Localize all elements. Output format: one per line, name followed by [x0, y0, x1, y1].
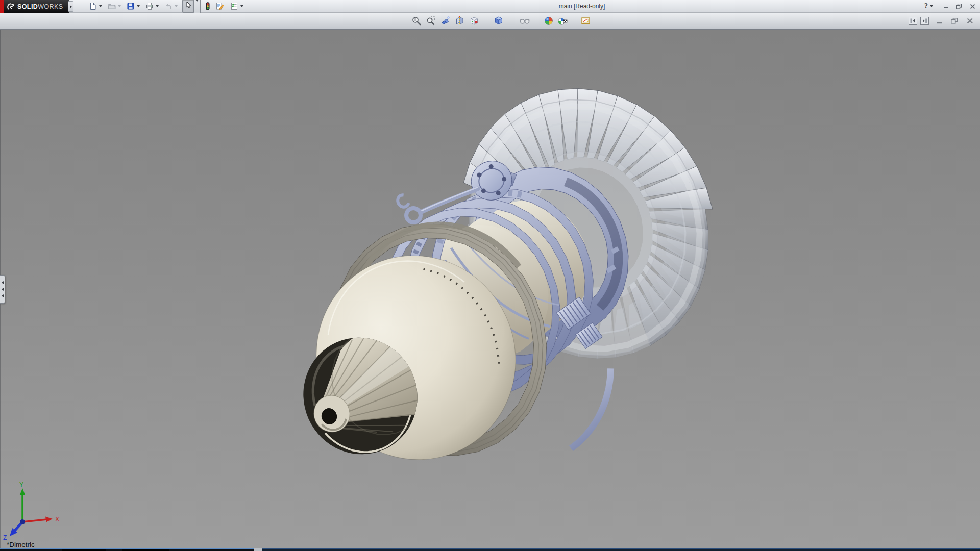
headsup-toolbar: [411, 16, 591, 26]
panel-collapse-tab[interactable]: [0, 275, 5, 304]
taskbar-segment: [262, 548, 980, 551]
hide-show-items-button[interactable]: [519, 16, 530, 26]
undo-button[interactable]: [163, 2, 179, 11]
doc-minimize-button[interactable]: [934, 17, 944, 25]
edit-sheet-icon: [216, 2, 225, 10]
selection-stoplight-button[interactable]: [204, 2, 211, 11]
save-button[interactable]: [126, 2, 141, 11]
dropdown-arrow-icon[interactable]: [930, 5, 933, 7]
viewport-header-row: [0, 13, 980, 30]
taskbar-sliver: [0, 548, 980, 551]
options-checklist-button[interactable]: [229, 2, 244, 11]
options-checklist-icon: [230, 2, 238, 10]
previous-view-button[interactable]: [440, 16, 451, 26]
jet-engine-model[interactable]: [0, 30, 980, 548]
triad-x-label: X: [55, 516, 59, 523]
dock-pane-left-button[interactable]: [909, 17, 917, 25]
view-orientation-label: *Dimetric: [7, 541, 35, 548]
help-label: ?: [924, 2, 928, 10]
select-tool-group: [182, 0, 201, 14]
view-orientation-button[interactable]: [494, 16, 504, 26]
dropdown-arrow-icon[interactable]: [118, 5, 121, 7]
main-toolbar: [88, 1, 248, 12]
section-view-button[interactable]: [455, 16, 465, 26]
orientation-triad: Y X Z: [0, 480, 71, 541]
edit-sheet-button[interactable]: [215, 2, 226, 11]
new-document-icon: [89, 2, 97, 10]
zoom-to-fit-button[interactable]: [411, 16, 422, 26]
view-settings-button[interactable]: [557, 16, 568, 26]
dynamic-annotation-views-button[interactable]: [469, 16, 479, 26]
apply-scene-button[interactable]: [544, 16, 554, 26]
select-tool-button[interactable]: [182, 0, 194, 13]
taskbar-segment: [254, 548, 262, 551]
doc-restore-button[interactable]: [949, 17, 960, 25]
close-icon: [967, 18, 973, 24]
dropdown-arrow-icon[interactable]: [99, 5, 102, 7]
brand-accent: [0, 0, 4, 13]
minimize-icon: [943, 4, 949, 9]
menu-flyout-button[interactable]: [68, 1, 74, 12]
open-button[interactable]: [107, 2, 122, 11]
restore-icon: [956, 4, 962, 9]
title-bar: SOLIDWORKS: [0, 0, 980, 13]
dropdown-arrow-icon[interactable]: [175, 5, 178, 7]
dropdown-arrow-icon[interactable]: [156, 5, 159, 7]
open-folder-icon: [108, 2, 116, 10]
flyout-arrow-icon: [70, 5, 72, 8]
dock-pane-left-icon: [910, 18, 916, 23]
select-cursor-icon: [184, 1, 192, 9]
solidworks-logo: SOLIDWORKS: [4, 0, 69, 13]
collapse-arrow-icon: [2, 288, 4, 291]
dropdown-arrow-icon: [195, 0, 199, 10]
triad-y-label: Y: [19, 481, 23, 488]
triad-z-label: Z: [3, 534, 7, 541]
restore-button[interactable]: [953, 2, 965, 11]
help-button[interactable]: ?: [924, 2, 933, 10]
dock-pane-right-icon: [922, 18, 927, 23]
dock-pane-right-button[interactable]: [920, 17, 929, 25]
print-icon: [145, 2, 154, 10]
select-tool-dropdown[interactable]: [194, 0, 201, 14]
dropdown-arrow-icon[interactable]: [137, 5, 140, 7]
close-button[interactable]: [967, 2, 978, 11]
solidworks-logo-icon: [6, 3, 16, 11]
zoom-to-area-button[interactable]: [426, 16, 436, 26]
print-button[interactable]: [144, 2, 160, 11]
new-document-button[interactable]: [88, 2, 103, 11]
brand-text-bold: SOLID: [17, 3, 38, 10]
undo-arrow-icon: [164, 2, 173, 10]
brand-text-light: WORKS: [38, 3, 63, 10]
save-floppy-icon: [127, 2, 135, 10]
minimize-icon: [936, 18, 942, 24]
document-title: main [Read-only]: [531, 3, 633, 10]
minimize-button[interactable]: [940, 2, 951, 11]
collapse-arrow-icon: [2, 294, 4, 297]
dropdown-arrow-icon[interactable]: [240, 5, 243, 7]
stoplight-icon: [205, 2, 210, 10]
doc-close-button[interactable]: [965, 17, 975, 25]
edit-appearance-button[interactable]: [581, 16, 591, 26]
close-icon: [970, 4, 975, 9]
graphics-viewport[interactable]: Y X Z *Dimetric: [0, 30, 980, 548]
solidworks-window: SOLIDWORKS: [0, 0, 980, 551]
collapse-arrow-icon: [2, 281, 4, 284]
titlebar-controls: ?: [924, 1, 978, 12]
restore-icon: [951, 18, 958, 24]
document-window-controls: [905, 17, 975, 25]
